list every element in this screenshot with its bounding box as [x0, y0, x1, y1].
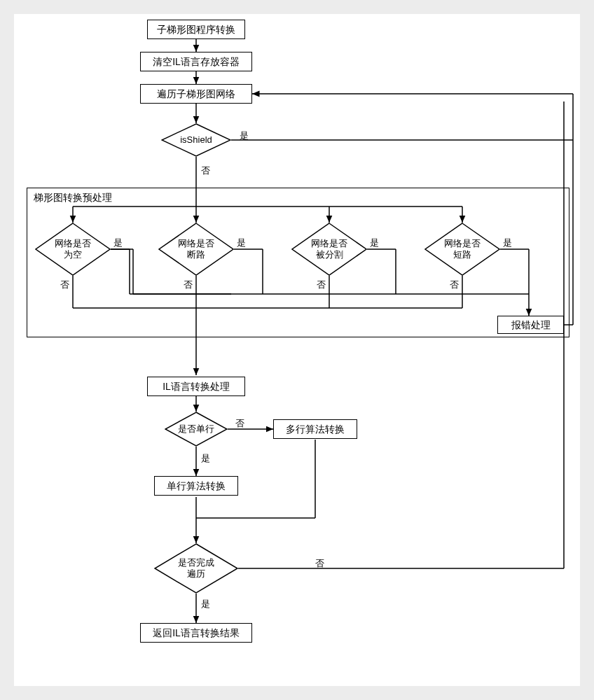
node-ilprocess-label: IL语言转换处理	[163, 380, 230, 393]
node-isshield: isShield	[161, 123, 231, 157]
node-error-label: 报错处理	[511, 318, 551, 331]
node-isbroken-label: 网络是否 断路	[178, 238, 214, 260]
edge-issplit-no: 否	[317, 279, 326, 291]
node-singleconv-label: 单行算法转换	[167, 479, 226, 492]
node-issplit: 网络是否 被分割	[291, 223, 367, 276]
edge-singleline-yes: 是	[201, 452, 210, 465]
edge-done-yes: 是	[201, 598, 210, 610]
edge-isshort-yes: 是	[503, 237, 512, 249]
edge-isshield-yes: 是	[240, 130, 249, 142]
node-singleline-label: 是否单行	[178, 424, 214, 435]
preprocessing-label: 梯形图转换预处理	[34, 192, 112, 204]
node-isempty: 网络是否 为空	[35, 223, 111, 276]
node-traverse: 遍历子梯形图网络	[140, 84, 252, 104]
node-error: 报错处理	[497, 316, 564, 334]
node-start-label: 子梯形图程序转换	[157, 23, 235, 36]
edge-singleline-no: 否	[235, 417, 244, 430]
node-multiline-label: 多行算法转换	[286, 423, 345, 435]
node-done-label: 是否完成 遍历	[178, 557, 214, 579]
edge-isbroken-yes: 是	[237, 237, 246, 249]
edge-issplit-yes: 是	[370, 237, 379, 249]
connectors	[14, 14, 580, 686]
edge-isshield-no: 否	[201, 164, 210, 177]
node-isshort-label: 网络是否 短路	[444, 238, 481, 260]
edge-isshort-no: 否	[450, 279, 459, 291]
node-ilprocess: IL语言转换处理	[147, 377, 245, 396]
node-clear: 清空IL语言存放容器	[140, 52, 252, 71]
node-issplit-label: 网络是否 被分割	[311, 238, 347, 260]
node-singleconv: 单行算法转换	[154, 476, 238, 496]
node-result-label: 返回IL语言转换结果	[153, 626, 240, 639]
node-singleline: 是否单行	[165, 412, 228, 447]
edge-done-no: 否	[315, 557, 324, 570]
node-start: 子梯形图程序转换	[147, 20, 245, 39]
node-result: 返回IL语言转换结果	[140, 623, 252, 643]
node-clear-label: 清空IL语言存放容器	[153, 55, 240, 68]
node-multiline: 多行算法转换	[273, 419, 357, 439]
node-isempty-label: 网络是否 为空	[55, 238, 91, 260]
node-done: 是否完成 遍历	[154, 543, 238, 594]
node-isshield-label: isShield	[180, 134, 212, 146]
edge-isbroken-no: 否	[184, 279, 193, 291]
node-traverse-label: 遍历子梯形图网络	[157, 88, 235, 100]
flowchart-canvas: 子梯形图程序转换 清空IL语言存放容器 遍历子梯形图网络 isShield 梯形…	[14, 14, 580, 686]
edge-isempty-yes: 是	[113, 237, 123, 249]
node-isshort: 网络是否 短路	[424, 223, 500, 276]
edge-isempty-no: 否	[60, 279, 69, 291]
node-isbroken: 网络是否 断路	[158, 223, 234, 276]
